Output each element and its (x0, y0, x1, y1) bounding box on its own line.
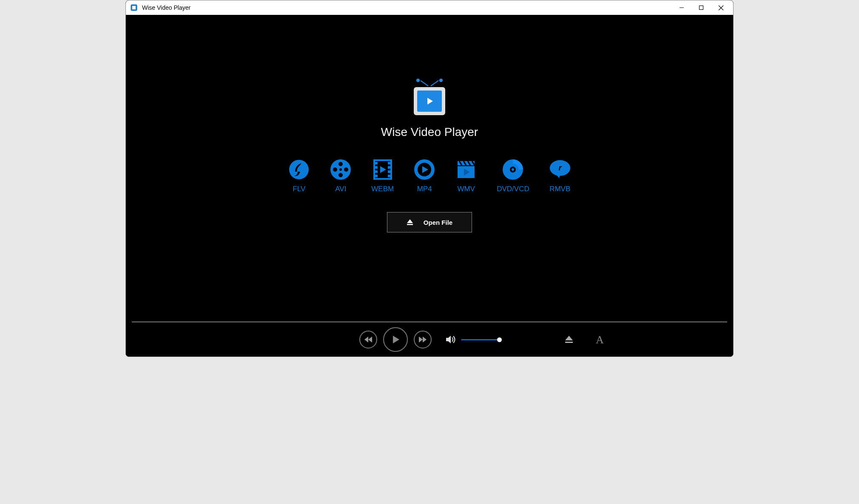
svg-rect-17 (375, 170, 378, 173)
svg-rect-16 (375, 166, 378, 169)
format-webm: WEBM (371, 159, 394, 193)
format-avi: AVI (330, 159, 352, 193)
svg-marker-40 (407, 219, 413, 223)
app-logo: Wise Video Player (381, 87, 478, 139)
svg-marker-44 (393, 336, 399, 343)
svg-point-10 (338, 173, 343, 177)
svg-marker-48 (565, 336, 573, 340)
forward-button[interactable] (414, 331, 432, 348)
eject-button[interactable] (565, 336, 573, 343)
open-file-label: Open File (424, 219, 452, 226)
svg-point-9 (338, 162, 343, 166)
disc-icon (502, 159, 524, 181)
control-bar: A (126, 323, 733, 357)
svg-marker-38 (556, 174, 560, 178)
playback-controls (359, 327, 500, 352)
svg-rect-19 (388, 162, 390, 164)
svg-marker-47 (446, 336, 451, 343)
rewind-button[interactable] (359, 331, 377, 348)
svg-rect-49 (565, 342, 573, 343)
svg-point-13 (339, 168, 342, 171)
flash-icon (288, 159, 310, 181)
minimize-button[interactable] (672, 0, 691, 15)
close-button[interactable] (711, 0, 731, 15)
tv-icon (414, 87, 445, 115)
svg-point-11 (333, 167, 337, 172)
play-button[interactable] (383, 327, 408, 352)
format-label: WEBM (371, 185, 394, 193)
svg-marker-46 (423, 337, 427, 343)
svg-rect-21 (388, 170, 390, 173)
play-circle-icon (413, 159, 435, 181)
app-window: Wise Video Player Wi (125, 0, 734, 357)
svg-point-36 (512, 168, 514, 171)
svg-marker-42 (368, 337, 372, 343)
volume-thumb[interactable] (497, 337, 502, 342)
titlebar: Wise Video Player (126, 0, 733, 15)
svg-marker-6 (427, 98, 433, 105)
svg-rect-22 (388, 175, 390, 177)
svg-rect-18 (375, 175, 378, 177)
format-label: RMVB (549, 185, 570, 193)
real-icon: r (549, 159, 571, 181)
svg-marker-23 (380, 166, 386, 173)
format-dvd: DVD/VCD (497, 159, 529, 193)
volume-control (446, 335, 500, 344)
format-label: DVD/VCD (497, 185, 529, 193)
film-strip-icon (372, 159, 394, 181)
eject-icon (407, 219, 413, 225)
window-title: Wise Video Player (142, 4, 191, 11)
format-label: AVI (335, 185, 346, 193)
svg-point-12 (344, 167, 348, 172)
film-reel-icon (330, 159, 352, 181)
app-icon (130, 4, 138, 11)
clapper-icon (455, 159, 477, 181)
maximize-button[interactable] (691, 0, 711, 15)
volume-slider[interactable] (461, 339, 500, 340)
format-wmv: WMV (455, 159, 477, 193)
svg-rect-1 (132, 6, 136, 9)
format-mp4: MP4 (413, 159, 435, 193)
format-label: FLV (293, 185, 305, 193)
volume-icon[interactable] (446, 335, 456, 344)
format-label: MP4 (417, 185, 432, 193)
subtitle-button[interactable]: A (594, 334, 606, 345)
svg-text:A: A (596, 334, 604, 345)
format-label: WMV (457, 185, 475, 193)
svg-rect-41 (407, 224, 413, 225)
format-rmvb: r RMVB (549, 159, 571, 193)
svg-rect-15 (375, 162, 378, 164)
format-list: FLV AVI (288, 159, 571, 193)
svg-point-7 (289, 160, 309, 179)
format-flv: FLV (288, 159, 310, 193)
open-file-button[interactable]: Open File (387, 212, 472, 232)
control-bar-right: A (565, 334, 606, 345)
app-name-label: Wise Video Player (381, 125, 478, 139)
svg-marker-43 (364, 337, 368, 343)
svg-rect-20 (388, 166, 390, 169)
video-area: Wise Video Player FLV (126, 15, 733, 321)
svg-marker-45 (419, 337, 423, 343)
svg-rect-3 (700, 6, 703, 10)
